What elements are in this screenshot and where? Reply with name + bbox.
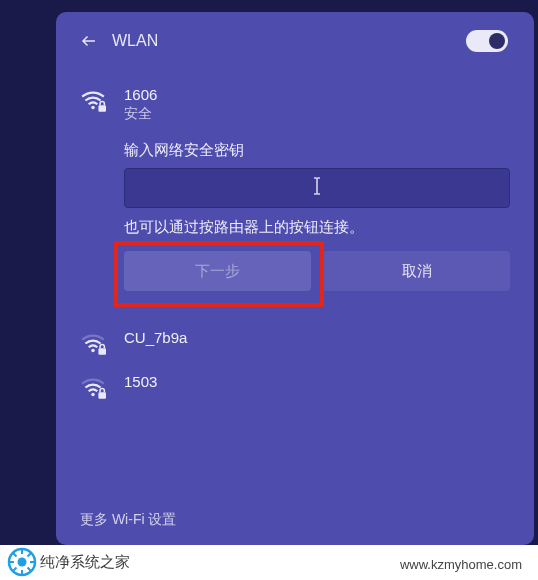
network-info: 1503 xyxy=(124,373,510,390)
cancel-button[interactable]: 取消 xyxy=(323,251,510,291)
watermark-brand: 纯净系统之家 xyxy=(40,553,130,572)
next-button[interactable]: 下一步 xyxy=(124,251,311,291)
svg-rect-3 xyxy=(98,348,106,355)
svg-rect-1 xyxy=(98,105,106,112)
back-arrow-icon[interactable] xyxy=(80,32,98,50)
other-networks: CU_7b9a 1503 xyxy=(80,321,510,409)
panel-title: WLAN xyxy=(112,32,158,50)
wifi-toggle[interactable] xyxy=(466,30,508,52)
svg-rect-5 xyxy=(98,392,106,399)
network-name: 1503 xyxy=(124,373,510,390)
network-row[interactable]: CU_7b9a xyxy=(80,321,510,365)
password-input-wrap xyxy=(124,168,510,208)
wifi-secured-icon xyxy=(80,88,106,114)
svg-point-4 xyxy=(91,393,94,396)
watermark-bar: 纯净系统之家 www.kzmyhome.com xyxy=(0,545,538,580)
panel-header: WLAN xyxy=(80,32,510,50)
svg-point-2 xyxy=(91,349,94,352)
watermark-logo-icon xyxy=(6,546,38,578)
network-row[interactable]: 1503 xyxy=(80,365,510,409)
network-row-selected[interactable]: 1606 安全 xyxy=(80,78,510,131)
wifi-secured-icon xyxy=(80,375,106,401)
network-status: 安全 xyxy=(124,105,510,123)
svg-point-7 xyxy=(18,558,27,567)
button-row: 下一步 取消 xyxy=(124,251,510,291)
more-wifi-settings-link[interactable]: 更多 Wi-Fi 设置 xyxy=(80,499,510,529)
toggle-knob xyxy=(489,33,505,49)
network-name: 1606 xyxy=(124,86,510,103)
wifi-secured-icon xyxy=(80,331,106,357)
connect-block: 输入网络安全密钥 也可以通过按路由器上的按钮连接。 下一步 取消 xyxy=(124,141,510,291)
wifi-panel: WLAN 1606 安全 输入网络安全密钥 也可以通过按路由器 xyxy=(56,12,534,545)
svg-point-0 xyxy=(91,106,94,109)
password-prompt: 输入网络安全密钥 xyxy=(124,141,510,160)
network-name: CU_7b9a xyxy=(124,329,510,346)
router-hint: 也可以通过按路由器上的按钮连接。 xyxy=(124,218,510,237)
watermark-url: www.kzmyhome.com xyxy=(400,557,522,572)
wifi-toggle-wrap xyxy=(466,30,508,52)
password-input[interactable] xyxy=(124,168,510,208)
network-info: 1606 安全 xyxy=(124,86,510,123)
network-info: CU_7b9a xyxy=(124,329,510,346)
